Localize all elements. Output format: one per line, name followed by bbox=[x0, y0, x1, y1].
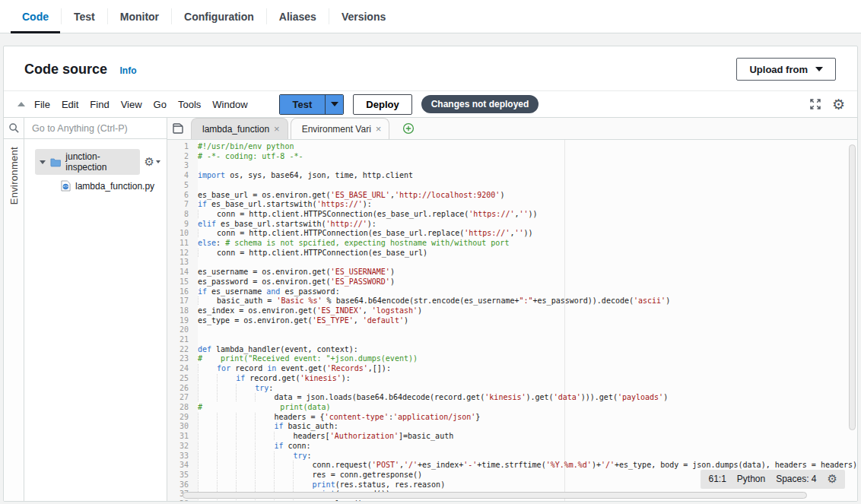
editor-tabstrip: lambda_function × Environment Vari × bbox=[167, 118, 857, 140]
code-line: 27 data = json.loads(base64.b64decode(re… bbox=[167, 393, 857, 403]
tree-expand-caret-icon bbox=[40, 160, 46, 164]
code-text: headers['Authorization']=basic_auth bbox=[198, 432, 453, 442]
tab-monitor[interactable]: Monitor bbox=[109, 0, 170, 33]
code-line: 3 bbox=[167, 161, 857, 171]
code-line: 25 if record.get('kinesis'): bbox=[167, 374, 857, 384]
deploy-button[interactable]: Deploy bbox=[353, 94, 411, 115]
tab-divider bbox=[171, 8, 172, 24]
tab-test[interactable]: Test bbox=[62, 0, 106, 33]
code-text: conn = http.client.HTTPSConnection(es_ba… bbox=[198, 210, 538, 220]
line-number: 27 bbox=[167, 393, 198, 403]
plus-circle-icon bbox=[402, 122, 415, 135]
folder-name: junction-inspection bbox=[65, 151, 133, 173]
environment-panel-tab[interactable]: Environment bbox=[8, 147, 20, 204]
tree-file-row[interactable]: <> lambda_function.py bbox=[61, 180, 160, 192]
indent-setting[interactable]: Spaces: 4 bbox=[776, 474, 816, 484]
chevron-down-icon bbox=[331, 102, 338, 106]
tab-code[interactable]: Code bbox=[11, 0, 60, 33]
menu-find[interactable]: Find bbox=[90, 99, 109, 110]
fullscreen-icon[interactable] bbox=[809, 98, 821, 110]
upload-from-button[interactable]: Upload from bbox=[736, 58, 836, 81]
code-text: try: bbox=[198, 452, 312, 461]
go-to-anything-input[interactable] bbox=[24, 118, 167, 138]
tab-divider bbox=[61, 8, 62, 24]
code-text: for record in event.get('Records',[]): bbox=[198, 364, 391, 374]
menu-edit[interactable]: Edit bbox=[62, 99, 78, 110]
close-icon[interactable]: × bbox=[376, 124, 382, 134]
new-tab-button[interactable] bbox=[402, 122, 415, 135]
panel-header: Code source Info Upload from bbox=[4, 46, 857, 90]
line-number: 36 bbox=[167, 480, 198, 490]
code-text: res = conn.getresponse() bbox=[198, 471, 422, 480]
menu-tools[interactable]: Tools bbox=[178, 99, 201, 110]
editor-tab-environment-variables[interactable]: Environment Vari × bbox=[291, 118, 390, 139]
line-number: 38 bbox=[167, 499, 198, 501]
vertical-scrollbar[interactable] bbox=[849, 144, 856, 430]
tab-list-icon[interactable] bbox=[173, 123, 183, 134]
code-line: 2# -*- coding: utf-8 -*- bbox=[167, 152, 857, 162]
editor-settings-gear-icon[interactable]: ⚙ bbox=[832, 97, 845, 112]
editor-tab-lambda-function[interactable]: lambda_function × bbox=[191, 118, 288, 139]
line-number: 5 bbox=[167, 181, 198, 191]
svg-text:<>: <> bbox=[63, 184, 68, 189]
code-line: 14es_username = os.environ.get('ES_USERN… bbox=[167, 268, 857, 277]
line-number: 6 bbox=[167, 191, 198, 201]
editor-column: lambda_function × Environment Vari × bbox=[167, 118, 857, 501]
close-icon[interactable]: × bbox=[274, 124, 280, 134]
code-line: 24 for record in event.get('Records',[])… bbox=[167, 364, 857, 374]
line-number: 20 bbox=[167, 325, 198, 335]
line-number: 25 bbox=[167, 374, 198, 384]
code-line: 31 headers['Authorization']=basic_auth bbox=[167, 432, 857, 442]
line-number: 16 bbox=[167, 287, 198, 297]
code-line: 19es_type = os.environ.get('ES_TYPE', 'd… bbox=[167, 316, 857, 326]
tab-configuration[interactable]: Configuration bbox=[173, 0, 265, 33]
line-number: 8 bbox=[167, 210, 198, 220]
test-button[interactable]: Test bbox=[280, 95, 326, 114]
code-line: 7if es_base_url.startswith('https://'): bbox=[167, 200, 857, 210]
line-number: 29 bbox=[167, 413, 198, 423]
folder-settings-button[interactable]: ⚙ bbox=[145, 157, 160, 168]
folder-junction-inspection[interactable]: junction-inspection bbox=[35, 149, 140, 175]
menu-file[interactable]: File bbox=[34, 99, 50, 110]
horizontal-scrollbar[interactable] bbox=[183, 492, 807, 499]
menu-view[interactable]: View bbox=[121, 99, 142, 110]
test-dropdown-button[interactable] bbox=[325, 95, 343, 114]
tab-monitor-label: Monitor bbox=[120, 11, 159, 23]
line-number: 3 bbox=[167, 161, 198, 171]
code-line: 8 conn = http.client.HTTPSConnection(es_… bbox=[167, 210, 857, 220]
code-text: conn = http.client.HTTPConnection(es_bas… bbox=[198, 229, 533, 239]
code-source-panel: Code source Info Upload from File Edit F… bbox=[3, 46, 858, 502]
chevron-down-icon bbox=[815, 67, 823, 71]
code-text: res.close() bbox=[198, 499, 363, 501]
code-text: es_base_url = os.environ.get('ES_BASE_UR… bbox=[198, 191, 504, 201]
code-line: 1#!/usr/bin/env python bbox=[167, 142, 857, 152]
editor-main: Environment junction-inspection ⚙ bbox=[4, 118, 857, 501]
code-line: 11else: # schema is not spcified, expect… bbox=[167, 239, 857, 249]
search-icon[interactable] bbox=[8, 122, 20, 134]
menu-window[interactable]: Window bbox=[212, 99, 247, 110]
code-line: 16if es_username and es_password: bbox=[167, 287, 857, 297]
code-text: #!/usr/bin/env python bbox=[198, 142, 294, 152]
code-text: basic_auth = 'Basic %s' % base64.b64enco… bbox=[198, 296, 670, 306]
status-settings-gear-icon[interactable]: ⚙ bbox=[828, 474, 837, 485]
tab-versions[interactable]: Versions bbox=[330, 0, 397, 33]
code-text: else: # schema is not spcified, expectin… bbox=[198, 239, 509, 249]
page-title: Code source bbox=[24, 62, 107, 77]
collapse-editor-icon[interactable] bbox=[17, 102, 25, 106]
code-line: 5 bbox=[167, 181, 857, 191]
language-mode[interactable]: Python bbox=[737, 474, 765, 484]
code-editor[interactable]: 1#!/usr/bin/env python2# -*- coding: utf… bbox=[167, 140, 857, 501]
cursor-position: 61:1 bbox=[708, 474, 726, 484]
code-text: try: bbox=[198, 384, 273, 394]
tab-aliases[interactable]: Aliases bbox=[268, 0, 328, 33]
changes-not-deployed-badge: Changes not deployed bbox=[421, 95, 539, 113]
tab-aliases-label: Aliases bbox=[279, 11, 316, 23]
file-tree: junction-inspection ⚙ <> lambda_function… bbox=[24, 139, 167, 192]
menu-go[interactable]: Go bbox=[154, 99, 167, 110]
line-number: 7 bbox=[167, 200, 198, 210]
code-line: 17 basic_auth = 'Basic %s' % base64.b64e… bbox=[167, 296, 857, 306]
info-link[interactable]: Info bbox=[119, 65, 136, 76]
code-text: es_password = os.environ.get('ES_PASSWOR… bbox=[198, 277, 395, 287]
chevron-down-icon bbox=[156, 160, 160, 163]
code-text: import os, sys, base64, json, time, http… bbox=[198, 171, 413, 181]
